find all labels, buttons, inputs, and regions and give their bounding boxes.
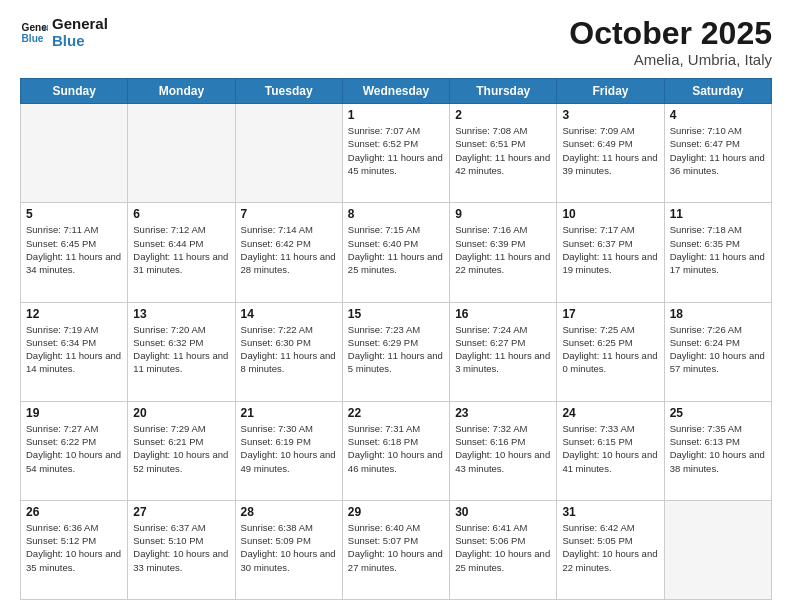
day-info: Sunrise: 6:42 AM Sunset: 5:05 PM Dayligh… [562, 521, 658, 574]
table-row: 5Sunrise: 7:11 AM Sunset: 6:45 PM Daylig… [21, 203, 128, 302]
table-row: 16Sunrise: 7:24 AM Sunset: 6:27 PM Dayli… [450, 302, 557, 401]
day-number: 23 [455, 406, 551, 420]
day-info: Sunrise: 7:14 AM Sunset: 6:42 PM Dayligh… [241, 223, 337, 276]
table-row: 18Sunrise: 7:26 AM Sunset: 6:24 PM Dayli… [664, 302, 771, 401]
table-row: 12Sunrise: 7:19 AM Sunset: 6:34 PM Dayli… [21, 302, 128, 401]
day-info: Sunrise: 7:32 AM Sunset: 6:16 PM Dayligh… [455, 422, 551, 475]
calendar-table: Sunday Monday Tuesday Wednesday Thursday… [20, 78, 772, 600]
day-number: 22 [348, 406, 444, 420]
header: General Blue General Blue October 2025 A… [20, 16, 772, 68]
table-row: 27Sunrise: 6:37 AM Sunset: 5:10 PM Dayli… [128, 500, 235, 599]
logo-blue-text: Blue [52, 33, 108, 50]
table-row: 3Sunrise: 7:09 AM Sunset: 6:49 PM Daylig… [557, 104, 664, 203]
table-row: 4Sunrise: 7:10 AM Sunset: 6:47 PM Daylig… [664, 104, 771, 203]
table-row: 13Sunrise: 7:20 AM Sunset: 6:32 PM Dayli… [128, 302, 235, 401]
table-row: 22Sunrise: 7:31 AM Sunset: 6:18 PM Dayli… [342, 401, 449, 500]
day-number: 10 [562, 207, 658, 221]
day-info: Sunrise: 7:31 AM Sunset: 6:18 PM Dayligh… [348, 422, 444, 475]
page: General Blue General Blue October 2025 A… [0, 0, 792, 612]
table-row: 28Sunrise: 6:38 AM Sunset: 5:09 PM Dayli… [235, 500, 342, 599]
table-row: 25Sunrise: 7:35 AM Sunset: 6:13 PM Dayli… [664, 401, 771, 500]
day-info: Sunrise: 6:40 AM Sunset: 5:07 PM Dayligh… [348, 521, 444, 574]
table-row: 11Sunrise: 7:18 AM Sunset: 6:35 PM Dayli… [664, 203, 771, 302]
day-info: Sunrise: 6:38 AM Sunset: 5:09 PM Dayligh… [241, 521, 337, 574]
day-number: 18 [670, 307, 766, 321]
svg-text:Blue: Blue [22, 33, 44, 44]
calendar-header-row: Sunday Monday Tuesday Wednesday Thursday… [21, 79, 772, 104]
day-number: 8 [348, 207, 444, 221]
table-row [664, 500, 771, 599]
day-number: 14 [241, 307, 337, 321]
day-info: Sunrise: 7:29 AM Sunset: 6:21 PM Dayligh… [133, 422, 229, 475]
calendar-week-row: 26Sunrise: 6:36 AM Sunset: 5:12 PM Dayli… [21, 500, 772, 599]
day-number: 19 [26, 406, 122, 420]
logo-general-text: General [52, 16, 108, 33]
day-number: 21 [241, 406, 337, 420]
day-number: 27 [133, 505, 229, 519]
table-row: 7Sunrise: 7:14 AM Sunset: 6:42 PM Daylig… [235, 203, 342, 302]
table-row: 15Sunrise: 7:23 AM Sunset: 6:29 PM Dayli… [342, 302, 449, 401]
day-info: Sunrise: 7:12 AM Sunset: 6:44 PM Dayligh… [133, 223, 229, 276]
table-row: 9Sunrise: 7:16 AM Sunset: 6:39 PM Daylig… [450, 203, 557, 302]
day-info: Sunrise: 7:22 AM Sunset: 6:30 PM Dayligh… [241, 323, 337, 376]
day-number: 29 [348, 505, 444, 519]
day-info: Sunrise: 7:15 AM Sunset: 6:40 PM Dayligh… [348, 223, 444, 276]
day-info: Sunrise: 7:11 AM Sunset: 6:45 PM Dayligh… [26, 223, 122, 276]
day-info: Sunrise: 6:36 AM Sunset: 5:12 PM Dayligh… [26, 521, 122, 574]
day-info: Sunrise: 7:24 AM Sunset: 6:27 PM Dayligh… [455, 323, 551, 376]
location-subtitle: Amelia, Umbria, Italy [569, 51, 772, 68]
col-friday: Friday [557, 79, 664, 104]
calendar-week-row: 12Sunrise: 7:19 AM Sunset: 6:34 PM Dayli… [21, 302, 772, 401]
table-row: 24Sunrise: 7:33 AM Sunset: 6:15 PM Dayli… [557, 401, 664, 500]
table-row: 2Sunrise: 7:08 AM Sunset: 6:51 PM Daylig… [450, 104, 557, 203]
day-number: 17 [562, 307, 658, 321]
day-number: 30 [455, 505, 551, 519]
table-row: 8Sunrise: 7:15 AM Sunset: 6:40 PM Daylig… [342, 203, 449, 302]
day-number: 25 [670, 406, 766, 420]
table-row: 14Sunrise: 7:22 AM Sunset: 6:30 PM Dayli… [235, 302, 342, 401]
table-row: 31Sunrise: 6:42 AM Sunset: 5:05 PM Dayli… [557, 500, 664, 599]
day-number: 12 [26, 307, 122, 321]
calendar-week-row: 19Sunrise: 7:27 AM Sunset: 6:22 PM Dayli… [21, 401, 772, 500]
table-row [235, 104, 342, 203]
day-info: Sunrise: 6:37 AM Sunset: 5:10 PM Dayligh… [133, 521, 229, 574]
day-number: 24 [562, 406, 658, 420]
day-info: Sunrise: 7:18 AM Sunset: 6:35 PM Dayligh… [670, 223, 766, 276]
day-info: Sunrise: 7:10 AM Sunset: 6:47 PM Dayligh… [670, 124, 766, 177]
table-row [21, 104, 128, 203]
table-row: 21Sunrise: 7:30 AM Sunset: 6:19 PM Dayli… [235, 401, 342, 500]
table-row: 17Sunrise: 7:25 AM Sunset: 6:25 PM Dayli… [557, 302, 664, 401]
table-row: 30Sunrise: 6:41 AM Sunset: 5:06 PM Dayli… [450, 500, 557, 599]
day-number: 9 [455, 207, 551, 221]
day-info: Sunrise: 7:25 AM Sunset: 6:25 PM Dayligh… [562, 323, 658, 376]
day-info: Sunrise: 7:23 AM Sunset: 6:29 PM Dayligh… [348, 323, 444, 376]
col-thursday: Thursday [450, 79, 557, 104]
table-row: 20Sunrise: 7:29 AM Sunset: 6:21 PM Dayli… [128, 401, 235, 500]
day-number: 7 [241, 207, 337, 221]
table-row: 6Sunrise: 7:12 AM Sunset: 6:44 PM Daylig… [128, 203, 235, 302]
col-saturday: Saturday [664, 79, 771, 104]
table-row [128, 104, 235, 203]
calendar-week-row: 1Sunrise: 7:07 AM Sunset: 6:52 PM Daylig… [21, 104, 772, 203]
day-info: Sunrise: 7:27 AM Sunset: 6:22 PM Dayligh… [26, 422, 122, 475]
day-number: 6 [133, 207, 229, 221]
day-info: Sunrise: 7:17 AM Sunset: 6:37 PM Dayligh… [562, 223, 658, 276]
day-number: 5 [26, 207, 122, 221]
day-info: Sunrise: 7:26 AM Sunset: 6:24 PM Dayligh… [670, 323, 766, 376]
day-number: 20 [133, 406, 229, 420]
logo-icon: General Blue [20, 19, 48, 47]
day-info: Sunrise: 7:33 AM Sunset: 6:15 PM Dayligh… [562, 422, 658, 475]
day-info: Sunrise: 7:09 AM Sunset: 6:49 PM Dayligh… [562, 124, 658, 177]
day-number: 31 [562, 505, 658, 519]
table-row: 10Sunrise: 7:17 AM Sunset: 6:37 PM Dayli… [557, 203, 664, 302]
table-row: 23Sunrise: 7:32 AM Sunset: 6:16 PM Dayli… [450, 401, 557, 500]
day-number: 26 [26, 505, 122, 519]
day-number: 4 [670, 108, 766, 122]
day-number: 11 [670, 207, 766, 221]
col-sunday: Sunday [21, 79, 128, 104]
day-number: 2 [455, 108, 551, 122]
day-info: Sunrise: 7:08 AM Sunset: 6:51 PM Dayligh… [455, 124, 551, 177]
col-monday: Monday [128, 79, 235, 104]
day-number: 13 [133, 307, 229, 321]
day-info: Sunrise: 7:20 AM Sunset: 6:32 PM Dayligh… [133, 323, 229, 376]
